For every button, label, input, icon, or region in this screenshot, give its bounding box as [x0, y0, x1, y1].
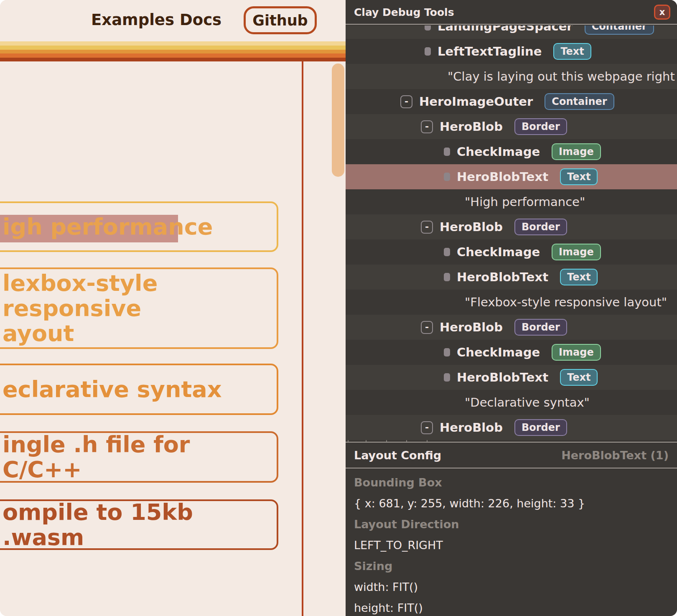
- node-name: HeroBlob: [440, 220, 503, 234]
- node-type-badge: Text: [560, 369, 598, 386]
- tree-node-row[interactable]: -HeroBlobBorder: [346, 415, 677, 440]
- leaf-bullet-icon: [444, 148, 450, 156]
- tree-node-row[interactable]: -HeroImageOuterContainer: [346, 89, 677, 114]
- landing-page: Examples Docs Github igh performance lex…: [0, 0, 346, 616]
- tree-node-row[interactable]: LeftTextTaglineText: [346, 39, 677, 64]
- node-name: CheckImage: [457, 245, 540, 259]
- node-text-preview: "High performance": [465, 195, 585, 209]
- node-type-badge: Border: [514, 118, 567, 135]
- leaf-bullet-icon: [444, 373, 450, 382]
- config-field-label: Bounding Box: [354, 472, 672, 493]
- node-type-badge: Image: [552, 244, 601, 260]
- tree-text-preview-row[interactable]: "Clay is laying out this webpage right n…: [346, 64, 677, 89]
- feature-text: ingle .h file for C/C++: [3, 432, 277, 482]
- tree-node-row[interactable]: CheckImageImage: [346, 139, 677, 164]
- feature-text: eclarative syntax: [3, 377, 277, 402]
- tree-node-row[interactable]: CheckImageImage: [346, 340, 677, 365]
- nav-link-examples[interactable]: Examples: [91, 11, 174, 29]
- config-field-value: width: FIT(): [354, 577, 672, 598]
- leaf-bullet-icon: [425, 47, 431, 56]
- section-divider: [346, 468, 677, 468]
- clay-debug-panel: Clay Debug Tools x LandingPageSpacerCont…: [346, 0, 677, 616]
- feature-text: igh performance: [3, 214, 277, 239]
- leaf-bullet-icon: [444, 348, 450, 356]
- node-type-badge: Border: [514, 419, 567, 436]
- config-field-value: LEFT_TO_RIGHT: [354, 535, 672, 556]
- collapse-button[interactable]: -: [421, 221, 433, 234]
- layout-config-header: Layout Config HeroBlobText (1): [346, 443, 677, 468]
- feature-box-wasm: ompile to 15kb .wasm: [0, 499, 278, 550]
- node-type-badge: Border: [514, 219, 567, 235]
- config-field-value: { x: 681, y: 255, width: 226, height: 33…: [354, 493, 672, 514]
- leaf-bullet-icon: [425, 25, 431, 31]
- node-text-preview: "Flexbox-style responsive layout": [465, 295, 667, 309]
- feature-box-declarative-syntax: eclarative syntax: [0, 364, 278, 415]
- config-field-label: Sizing: [354, 556, 672, 577]
- feature-box-high-performance: igh performance: [0, 201, 278, 252]
- node-name: HeroBlobText: [457, 170, 548, 184]
- tree-node-row[interactable]: LandingPageSpacerContainer: [346, 25, 677, 39]
- node-type-badge: Container: [585, 25, 654, 35]
- node-text-preview: "Clay is laying out this webpage right n…: [448, 69, 677, 84]
- node-type-badge: Text: [560, 269, 598, 285]
- scrollbar-thumb[interactable]: [332, 64, 344, 177]
- collapse-button[interactable]: -: [421, 321, 433, 334]
- feature-box-flexbox-layout: lexbox-style responsive ayout: [0, 267, 278, 349]
- layout-config-details: Bounding Box{ x: 681, y: 255, width: 226…: [354, 468, 672, 616]
- feature-box-single-header: ingle .h file for C/C++: [0, 431, 278, 483]
- node-name: HeroBlob: [440, 320, 503, 334]
- node-text-preview: "Declarative syntax": [465, 395, 590, 410]
- section-divider: [346, 442, 677, 443]
- node-name: LandingPageSpacer: [438, 25, 573, 33]
- github-button[interactable]: Github: [244, 6, 317, 34]
- collapse-button[interactable]: -: [400, 95, 412, 108]
- node-name: LeftTextTagline: [438, 44, 542, 59]
- element-tree: LandingPageSpacerContainerLeftTextTaglin…: [346, 25, 677, 442]
- node-type-badge: Image: [552, 143, 601, 160]
- leaf-bullet-icon: [444, 173, 450, 181]
- layout-config-title: Layout Config: [354, 449, 441, 462]
- collapse-button[interactable]: -: [421, 421, 433, 434]
- config-field-label: Layout Direction: [354, 514, 672, 535]
- node-type-badge: Text: [553, 43, 591, 60]
- node-type-badge: Image: [552, 344, 601, 361]
- nav-link-docs[interactable]: Docs: [180, 11, 221, 29]
- page-section-divider: [302, 61, 303, 616]
- tree-text-preview-row[interactable]: "Flexbox-style responsive layout": [346, 290, 677, 315]
- selected-element-label: HeroBlobText (1): [561, 449, 669, 462]
- node-type-badge: Container: [545, 93, 614, 110]
- tree-node-row[interactable]: CheckImageImage: [346, 239, 677, 265]
- rainbow-divider: [0, 41, 346, 61]
- node-name: HeroBlob: [440, 120, 503, 134]
- tree-text-preview-row[interactable]: "High performance": [346, 189, 677, 214]
- tree-node-row[interactable]: -HeroBlobBorder: [346, 214, 677, 239]
- tree-node-row[interactable]: HeroBlobTextText: [346, 265, 677, 290]
- tree-node-row[interactable]: -HeroBlobBorder: [346, 114, 677, 139]
- debug-panel-titlebar: Clay Debug Tools: [346, 0, 677, 25]
- node-name: CheckImage: [457, 145, 540, 159]
- debug-panel-title: Clay Debug Tools: [354, 6, 454, 18]
- node-name: CheckImage: [457, 345, 540, 359]
- feature-text: lexbox-style responsive ayout: [3, 271, 277, 346]
- app-window: Examples Docs Github igh performance lex…: [0, 0, 677, 616]
- collapse-button[interactable]: -: [421, 120, 433, 133]
- leaf-bullet-icon: [444, 273, 450, 281]
- feature-text: ompile to 15kb .wasm: [3, 500, 277, 550]
- tree-node-row[interactable]: HeroBlobTextText: [346, 365, 677, 390]
- leaf-bullet-icon: [444, 248, 450, 256]
- node-type-badge: Border: [514, 319, 567, 336]
- node-type-badge: Text: [560, 168, 598, 185]
- tree-node-row[interactable]: HeroBlobTextText: [346, 164, 677, 189]
- close-icon[interactable]: x: [654, 5, 670, 20]
- tree-node-row[interactable]: -HeroBlobBorder: [346, 315, 677, 340]
- node-name: HeroImageOuter: [419, 94, 533, 109]
- node-name: HeroBlobText: [457, 370, 548, 384]
- tree-text-preview-row[interactable]: "Declarative syntax": [346, 390, 677, 415]
- node-name: HeroBlobText: [457, 270, 548, 284]
- top-navbar: Examples Docs Github: [0, 0, 346, 41]
- node-name: HeroBlob: [440, 420, 503, 435]
- config-field-value: height: FIT(): [354, 598, 672, 616]
